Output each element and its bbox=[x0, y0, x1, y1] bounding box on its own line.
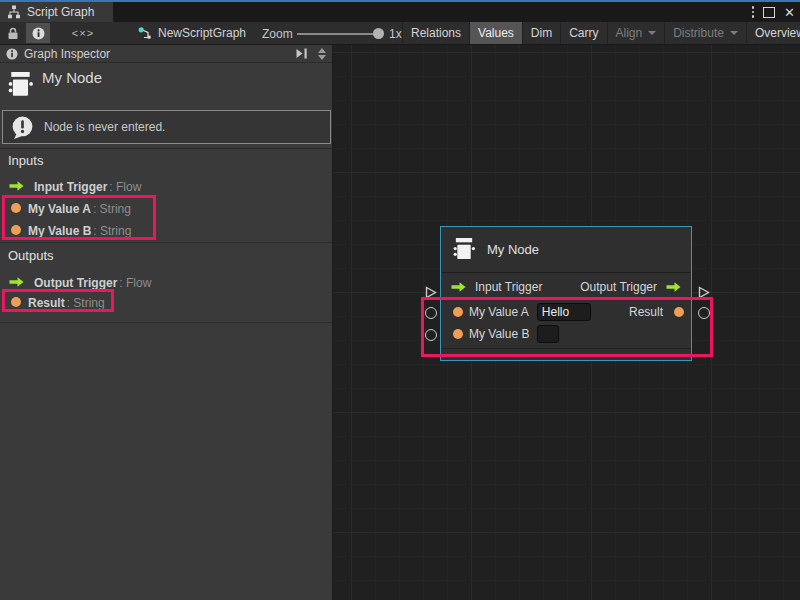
section-divider bbox=[0, 148, 332, 149]
inspector-toggle-button[interactable] bbox=[26, 23, 50, 43]
value-port-icon bbox=[674, 307, 684, 317]
result-port[interactable]: Result bbox=[629, 305, 682, 319]
external-value-b-port[interactable] bbox=[425, 329, 437, 341]
section-divider bbox=[0, 322, 332, 323]
graph-inspector-panel: Graph Inspector bbox=[0, 45, 333, 600]
warning-bubble-icon bbox=[10, 115, 35, 140]
chevron-down-icon bbox=[648, 31, 656, 35]
inputs-heading: Inputs bbox=[8, 153, 43, 168]
port-row-result[interactable]: Result: String bbox=[0, 291, 332, 312]
zoom-value-label: 1x bbox=[389, 27, 402, 41]
maximize-icon[interactable] bbox=[763, 7, 775, 18]
outputs-heading: Outputs bbox=[8, 248, 54, 263]
port-row-my-value-a[interactable]: My Value A: String bbox=[0, 197, 332, 218]
arrow-up-icon bbox=[318, 48, 326, 53]
value-port-icon[interactable] bbox=[453, 307, 463, 317]
warning-box: Node is never entered. bbox=[2, 110, 331, 144]
graph-canvas[interactable]: My Node Input Trigger Output Trigger bbox=[333, 45, 800, 600]
graph-asset-icon bbox=[138, 26, 152, 40]
code-icon: <×> bbox=[72, 27, 94, 39]
flow-arrow-icon bbox=[450, 281, 467, 293]
close-icon[interactable]: ✕ bbox=[784, 6, 795, 19]
lock-icon bbox=[7, 27, 19, 40]
unit-node-icon bbox=[8, 69, 34, 101]
inspector-title: Graph Inspector bbox=[24, 47, 289, 61]
my-node[interactable]: My Node Input Trigger Output Trigger bbox=[440, 226, 692, 361]
inspected-node-title: My Node bbox=[42, 69, 102, 86]
port-row-output-trigger[interactable]: Output Trigger: Flow bbox=[0, 271, 332, 292]
view-options-group: Relations Values Dim Carry Align Distrib… bbox=[402, 22, 800, 44]
info-icon bbox=[6, 48, 18, 60]
node-header[interactable]: My Node bbox=[441, 227, 691, 273]
window-controls: ✕ bbox=[752, 4, 795, 20]
inspected-node-block: My Node bbox=[0, 63, 332, 110]
value-a-row: My Value A Result bbox=[441, 301, 691, 323]
relations-button[interactable]: Relations bbox=[402, 22, 469, 44]
lock-button[interactable] bbox=[2, 23, 24, 43]
script-graph-icon bbox=[7, 5, 21, 19]
graph-name-label: NewScriptGraph bbox=[158, 26, 246, 40]
section-divider bbox=[0, 242, 332, 243]
tab-label: Script Graph bbox=[27, 5, 94, 19]
unit-node-icon bbox=[453, 236, 476, 263]
arrow-down-icon bbox=[318, 55, 326, 60]
values-button[interactable]: Values bbox=[469, 22, 522, 44]
port-row-input-trigger[interactable]: Input Trigger: Flow bbox=[0, 175, 332, 196]
align-dropdown[interactable]: Align bbox=[607, 22, 665, 44]
panel-scrub-control[interactable] bbox=[318, 48, 326, 60]
distribute-dropdown[interactable]: Distribute bbox=[664, 22, 746, 44]
graph-breadcrumb[interactable]: NewScriptGraph bbox=[138, 22, 246, 44]
graph-toolbar: <×> NewScriptGraph Zoom 1x Relations Val… bbox=[0, 22, 800, 45]
value-port-icon bbox=[11, 297, 21, 307]
zoom-slider-track[interactable] bbox=[297, 33, 381, 35]
zoom-slider-handle[interactable] bbox=[373, 28, 384, 39]
port-row-my-value-b[interactable]: My Value B: String bbox=[0, 219, 332, 240]
node-footer bbox=[441, 348, 691, 360]
overview-button[interactable]: Overview bbox=[746, 22, 800, 44]
window-focus-accent bbox=[0, 0, 800, 2]
node-title: My Node bbox=[487, 242, 539, 257]
external-value-a-port[interactable] bbox=[425, 307, 437, 319]
window-menu-icon[interactable] bbox=[752, 6, 755, 18]
output-trigger-port[interactable]: Output Trigger bbox=[580, 280, 682, 294]
flow-arrow-icon bbox=[8, 276, 25, 288]
value-port-icon[interactable] bbox=[453, 329, 463, 339]
dim-button[interactable]: Dim bbox=[522, 22, 560, 44]
warning-text: Node is never entered. bbox=[44, 120, 165, 134]
value-port-icon bbox=[11, 203, 21, 213]
external-output-flow-port[interactable] bbox=[697, 286, 710, 299]
input-trigger-port[interactable]: Input Trigger bbox=[450, 280, 542, 294]
tab-bar: Script Graph ✕ bbox=[0, 0, 800, 22]
external-result-port[interactable] bbox=[698, 307, 710, 319]
flow-arrow-icon bbox=[665, 281, 682, 293]
trigger-row: Input Trigger Output Trigger bbox=[441, 273, 691, 301]
chevron-down-icon bbox=[730, 31, 738, 35]
tab-script-graph[interactable]: Script Graph bbox=[0, 2, 113, 22]
code-preview-button[interactable]: <×> bbox=[64, 23, 102, 43]
info-icon bbox=[32, 27, 45, 40]
flow-arrow-icon bbox=[8, 180, 25, 192]
value-port-icon bbox=[11, 225, 21, 235]
value-b-field[interactable] bbox=[537, 325, 559, 343]
script-graph-window: Script Graph ✕ bbox=[0, 0, 800, 600]
inspector-header: Graph Inspector bbox=[0, 45, 332, 63]
zoom-label: Zoom bbox=[262, 27, 293, 41]
dock-panel-icon[interactable] bbox=[295, 48, 308, 59]
value-a-field[interactable] bbox=[537, 303, 591, 321]
external-input-flow-port[interactable] bbox=[424, 286, 437, 299]
carry-button[interactable]: Carry bbox=[560, 22, 606, 44]
value-b-row: My Value B bbox=[441, 323, 691, 345]
